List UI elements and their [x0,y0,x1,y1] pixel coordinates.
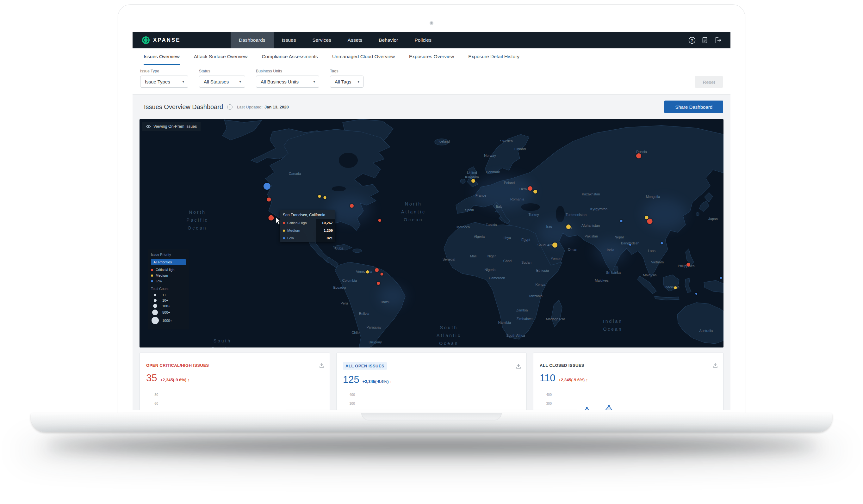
card-header: ALL OPEN ISSUES [337,353,526,370]
logo-text: XPANSE [153,37,180,43]
issue-dot-low[interactable] [263,183,271,190]
download-icon[interactable] [319,362,325,368]
download-icon[interactable] [712,362,718,368]
legend-priority-critical-high[interactable]: Critical/High [151,268,186,272]
filter-dropdown-tags[interactable]: All Tags▾ [330,76,363,88]
tab-compliance-assessments[interactable]: Compliance Assessments [262,48,317,65]
issue-dot-medium[interactable] [674,287,677,289]
legend-count-label: 500+ [162,311,170,314]
issue-dot-medium[interactable] [533,190,537,193]
issues-world-map[interactable]: North Pacific OceanNorth Atlantic OceanS… [139,119,724,348]
nav-item-policies[interactable]: Policies [407,32,440,48]
issue-dot-medium[interactable] [645,216,649,219]
filter-bar: Issue TypeIssue Types▾StatusAll Statuses… [133,65,730,94]
info-icon[interactable]: i [227,104,233,110]
y-axis-tick: 400 [538,393,552,396]
tab-exposure-detail-history[interactable]: Exposure Detail History [468,48,520,65]
filter-label-issue-type: Issue Type [140,69,188,73]
issue-dot-critical[interactable] [636,153,641,159]
issue-dot-medium[interactable] [552,242,558,248]
download-icon[interactable] [516,363,521,369]
tab-issues-overview[interactable]: Issues Overview [143,48,180,65]
issue-dot-medium[interactable] [324,196,326,199]
card-delta: +2,345(-9.6%) ↑ [160,378,189,382]
issue-dot-critical[interactable] [647,219,653,224]
issue-dot-critical[interactable] [687,263,690,266]
filter-value-issue-type: Issue Types [145,79,170,85]
tooltip-label: Medium [287,229,316,232]
summary-cards-row: OPEN CRITICAL/HIGH ISSUES35+2,345(-9.6%)… [139,353,724,410]
filter-group-status: StatusAll Statuses▾ [199,69,245,88]
trend-mini-chart [554,403,690,410]
issue-dot-low[interactable] [720,277,722,279]
legend-count-1: 1+ [151,293,186,297]
medium-dot-icon [151,275,153,277]
card-title: ALL CLOSED ISSUES [540,363,584,368]
card-value: 125 [343,374,359,386]
viewing-chip-label: Viewing On-Prem Issues [153,124,197,129]
tab-unmanaged-cloud-overview[interactable]: Unmanaged Cloud Overview [332,48,395,65]
tab-attack-surface-overview[interactable]: Attack Surface Overview [194,48,248,65]
issue-dot-critical[interactable] [350,204,354,208]
legend-priority-low[interactable]: Low [151,279,186,283]
issue-dot-critical[interactable] [375,268,379,272]
issue-dot-medium[interactable] [366,270,369,274]
reset-button[interactable]: Reset [695,76,723,88]
sign-out-icon[interactable] [714,36,722,44]
filter-dropdown-business-units[interactable]: All Business Units▾ [256,76,319,88]
issue-dot-low[interactable] [620,220,623,222]
count-circle-icon [151,294,159,296]
nav-item-assets[interactable]: Assets [339,32,371,48]
nav-item-services[interactable]: Services [304,32,339,48]
filter-dropdown-status[interactable]: All Statuses▾ [199,76,245,88]
card-value-row: 125+2,345(-9.6%) ↑ [337,370,526,386]
filter-dropdown-issue-type[interactable]: Issue Types▾ [140,76,188,88]
card-value-row: 35+2,345(-9.6%) ↑ [140,368,330,384]
issue-dot-critical[interactable] [267,198,271,202]
legend-priority-medium[interactable]: Medium [151,274,186,277]
main-nav: DashboardsIssuesServicesAssetsBehaviorPo… [230,32,440,48]
nav-item-dashboards[interactable]: Dashboards [230,32,274,48]
tab-exposures-overview[interactable]: Exposures Overview [409,48,454,65]
last-updated-value: Jan 13, 2020 [264,105,289,110]
count-circle-icon [151,304,159,308]
issue-dot-critical[interactable] [380,273,384,276]
issue-dot-critical[interactable] [528,186,533,191]
last-updated-label: Last Updated: [237,105,263,110]
legend-all-priorities[interactable]: All Priorities [151,259,186,265]
critical-dot-icon [151,269,153,271]
tooltip-row-low: Low821 [280,234,335,242]
laptop-screen: XPANSE DashboardsIssuesServicesAssetsBeh… [118,4,745,413]
legend-count-label: 10+ [162,299,168,302]
filter-label-tags: Tags [330,69,363,73]
card-title: ALL OPEN ISSUES [343,362,387,370]
legend-count-1000: 1000+ [151,317,186,324]
chevron-down-icon: ▾ [239,80,241,84]
tooltip-value: 821 [316,234,335,242]
card-header: OPEN CRITICAL/HIGH ISSUES [140,353,330,368]
issue-dot-critical[interactable] [268,215,274,221]
nav-item-behavior[interactable]: Behavior [371,32,406,48]
tooltip-label: Critical/High [287,221,316,225]
help-icon[interactable]: ? [688,36,696,44]
issue-dot-low[interactable] [629,244,631,246]
share-dashboard-button[interactable]: Share Dashboard [664,101,723,113]
chevron-down-icon: ▾ [358,80,359,84]
report-icon[interactable] [701,36,709,44]
tooltip-rows: Critical/High10,267Medium1,209Low821 [280,219,335,242]
xpanse-logo: XPANSE [133,32,230,48]
issue-dot-critical[interactable] [377,282,380,285]
issue-dot-low[interactable] [661,242,663,244]
issue-dot-medium[interactable] [566,225,571,229]
issue-dot-medium[interactable] [471,179,475,183]
issue-dot-critical[interactable] [378,219,381,222]
nav-item-issues[interactable]: Issues [274,32,304,48]
issue-dot-low[interactable] [695,293,697,295]
eye-icon [146,125,151,128]
legend-priority-label: Low [155,279,162,283]
tooltip-city: San Francisco, California [280,210,335,219]
issue-dot-medium[interactable] [318,195,321,198]
summary-card-all-closed-issues: ALL CLOSED ISSUES110+2,345(-9.6%) ↑40030… [533,353,724,410]
filters: Issue TypeIssue Types▾StatusAll Statuses… [140,69,723,88]
chevron-down-icon: ▾ [313,80,315,84]
